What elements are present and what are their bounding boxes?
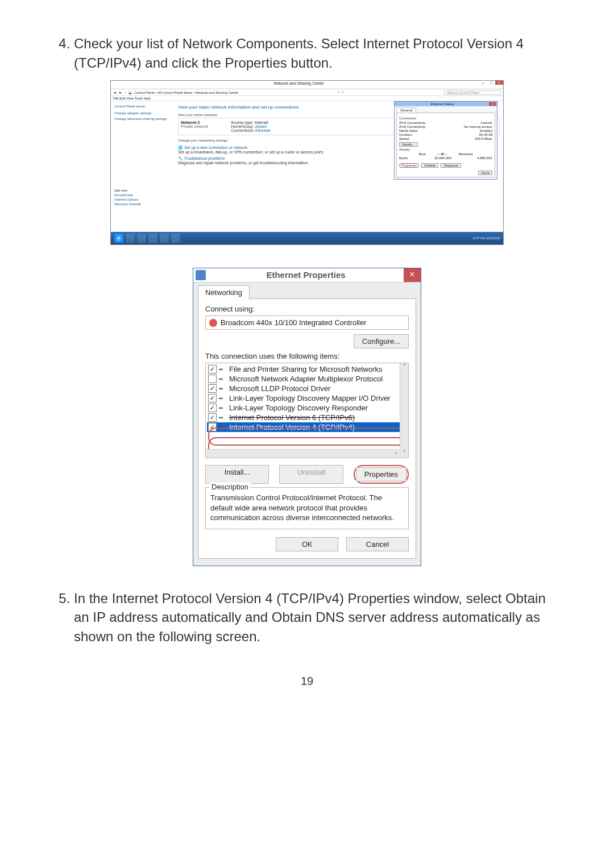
close-icon[interactable]: × [495,81,503,85]
list-item[interactable]: ✓▪▪Internet Protocol Version 6 (TCP/IPv6… [207,413,407,422]
list-item[interactable]: ✓▪▪File and Printer Sharing for Microsof… [207,364,407,374]
list-item[interactable]: ✓▪▪Link-Layer Topology Discovery Respond… [207,403,407,413]
setup-connection-link[interactable]: Set up a new connection or network [184,146,247,149]
network-icon: 🌐 [178,146,184,149]
connections-value[interactable]: Ethernet [255,128,270,132]
scrollbar-vertical[interactable]: ˄ ˅ [400,363,408,458]
list-item[interactable]: ✓▪▪Microsoft Network Adapter Multiplexor… [207,374,407,384]
checkbox[interactable]: ✓ [208,423,217,431]
status-row: IPv4 Connectivity:Internet [399,121,492,124]
menu-bar[interactable]: File Edit View Tools Help [111,96,503,101]
sent-label: Sent [418,152,425,156]
description-title: Description [209,483,251,491]
checkbox[interactable]: ✓ [208,384,217,393]
breadcrumb[interactable]: Control Panel › All Control Panel Items … [134,91,238,94]
see-also-link[interactable]: Windows Firewall [114,202,171,206]
homegroup-label: HomeGroup: [231,124,254,128]
protocol-icon: ▪▪ [219,414,227,421]
close-button[interactable]: Close [478,171,492,175]
page-number: 19 [51,675,563,688]
scroll-right-icon[interactable]: › [392,450,400,456]
system-tray[interactable]: 2:47 PM 2013/1/8 [473,236,500,240]
step-5: In the Internet Protocol Version 4 (TCP/… [74,589,563,646]
ok-button[interactable]: OK [276,537,338,551]
protocol-icon: ▪▪ [219,405,227,411]
uninstall-button[interactable]: Uninstall [279,465,343,484]
sidebar-link[interactable]: Change advanced sharing settings [114,117,171,121]
protocol-icon: ▪▪ [219,385,227,392]
step-5-text: In the Internet Protocol Version 4 (TCP/… [74,591,546,644]
taskbar-item[interactable] [137,234,146,243]
ethernet-properties-dialog: Ethernet Properties × Networking Connect… [193,268,421,566]
network-type: Private network [181,124,208,128]
bytes-sent-value: 32,684,305 [434,156,451,160]
close-icon[interactable]: × [404,268,421,282]
taskbar-item[interactable] [171,234,180,243]
nav-back-icon[interactable]: ◄ [113,91,117,94]
search-input[interactable]: Search Control Panel [444,90,501,95]
items-label: This connection uses the following items… [205,352,409,360]
taskbar-item[interactable] [148,234,157,243]
bytes-received-value: 4,885,831 [477,156,492,160]
list-item[interactable]: ✓▪▪Internet Protocol Version 4 (TCP/IPv4… [207,422,407,432]
taskbar[interactable]: e 2:47 PM 2013/1/8 [111,232,503,244]
list-item-label: Microsoft LLDP Protocol Driver [229,384,330,393]
checkbox[interactable]: ✓ [208,394,217,402]
scrollbar-horizontal[interactable]: › [206,449,400,458]
connection-group-title: Connection [399,117,492,120]
properties-button[interactable]: Properties [399,163,419,168]
scroll-up-icon[interactable]: ˄ [400,363,408,371]
main-content: View your basic network information and … [175,101,503,232]
components-list[interactable]: ✓▪▪File and Printer Sharing for Microsof… [205,363,409,458]
checkbox[interactable]: ✓ [208,404,217,412]
homegroup-value[interactable]: Joined [255,124,267,128]
checkbox[interactable]: ✓ [208,375,217,383]
minimize-icon[interactable]: – [479,81,487,85]
status-row: IPv6 Connectivity:No Internet access [399,125,492,128]
titlebar: Ethernet Properties × [193,268,421,283]
control-panel-home-link[interactable]: Control Panel Home [114,105,171,108]
list-item[interactable]: ✓▪▪Microsoft LLDP Protocol Driver [207,384,407,393]
maximize-icon[interactable]: □ [487,81,495,85]
sidebar: Control Panel Home Change adapter settin… [111,101,175,232]
taskbar-item[interactable] [126,234,135,243]
list-item-label: Internet Protocol Version 4 (TCP/IPv4) [229,423,355,431]
nav-fwd-icon[interactable]: ► [119,91,122,94]
install-button[interactable]: Install... [205,465,269,484]
list-item[interactable]: ✓▪▪Link-Layer Topology Discovery Mapper … [207,393,407,403]
properties-button[interactable]: Properties [356,467,406,481]
ethernet-status-title: Ethernet Status [396,102,489,106]
checkbox[interactable]: ✓ [208,413,217,422]
window-title: Network and Sharing Center [119,81,479,89]
cancel-button[interactable]: Cancel [346,537,409,551]
window-controls[interactable]: –□× [479,81,503,89]
taskbar-item[interactable] [160,234,169,243]
received-label: Received [459,152,473,156]
networking-tab[interactable]: Networking [198,285,250,299]
app-icon [196,270,206,280]
ie-icon[interactable]: e [114,234,123,243]
troubleshoot-link[interactable]: Troubleshoot problems [184,156,225,160]
details-button[interactable]: Details... [399,142,418,147]
protocol-icon: ▪▪ [219,376,227,382]
ethernet-status-dialog: Ethernet Status × General Connection IPv… [394,101,497,180]
adapter-field: Broadcom 440x 10/100 Integrated Controll… [205,315,409,330]
configure-button[interactable]: Configure... [354,334,409,348]
close-icon[interactable]: × [489,102,496,106]
list-item-label: Link-Layer Topology Discovery Responder [229,404,368,412]
scroll-down-icon[interactable]: ˅ [400,450,408,458]
checkbox[interactable]: ✓ [208,365,217,373]
status-row: Speed:100.0 Mbps [399,137,492,140]
address-bar: ◄ ► ↑ ⬓ Control Panel › All Control Pane… [111,89,503,96]
network-name: Network 2 [181,121,200,124]
diagnose-button[interactable]: Diagnose [441,163,460,168]
general-tab[interactable]: General [396,107,416,113]
bytes-label: Bytes: [399,156,409,160]
see-also-link[interactable]: HomeGroup [114,193,171,197]
list-item-label: Link-Layer Topology Discovery Mapper I/O… [229,394,391,402]
see-also-link[interactable]: Internet Options [114,198,171,201]
description-group: Description Transmission Control Protoco… [205,487,409,529]
sidebar-link[interactable]: Change adapter settings [114,111,171,115]
step-4-text: Check your list of Network Components. S… [74,36,524,70]
disable-button[interactable]: Disable [421,163,438,168]
